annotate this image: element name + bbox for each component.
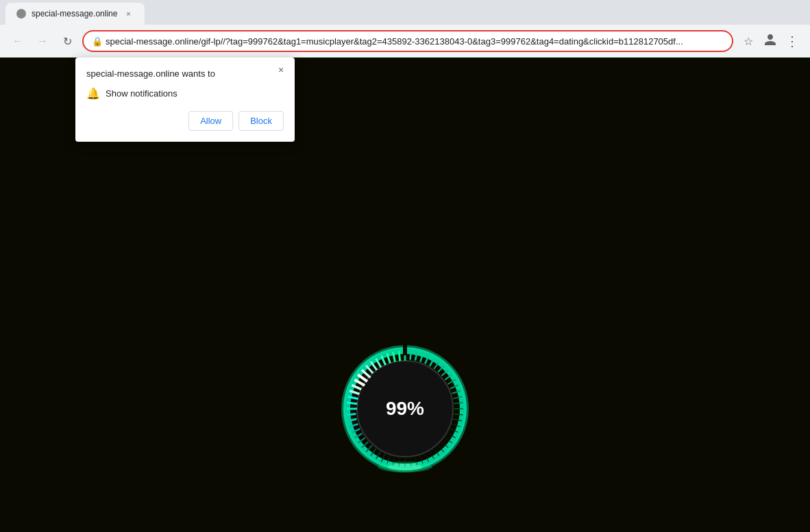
notification-popup: × special-message.online wants to 🔔 Show… xyxy=(75,58,295,142)
svg-line-55 xyxy=(362,370,371,377)
bell-icon: 🔔 xyxy=(86,87,100,100)
url-text: special-message.online/gif-lp//?tag=9997… xyxy=(106,36,724,47)
refresh-icon: ↻ xyxy=(63,35,72,48)
lock-icon: 🔒 xyxy=(92,36,101,46)
block-button[interactable]: Block xyxy=(238,111,284,131)
account-button[interactable] xyxy=(761,31,780,51)
toolbar: ← → ↻ 🔒 special-message.online/gif-lp//?… xyxy=(0,25,810,58)
popup-notification-row: 🔔 Show notifications xyxy=(86,87,284,100)
page-content: × special-message.online wants to 🔔 Show… xyxy=(0,58,810,532)
svg-point-65 xyxy=(388,464,422,470)
forward-button[interactable]: → xyxy=(33,31,52,51)
popup-wants-to: wants to xyxy=(182,68,214,79)
menu-button[interactable]: ⋮ xyxy=(783,31,802,51)
tab-close-button[interactable]: × xyxy=(123,8,134,19)
browser-tab[interactable]: special-message.online × xyxy=(5,3,145,25)
browser-frame: special-message.online × ← → ↻ 🔒 special… xyxy=(0,0,810,532)
tab-bar: special-message.online × xyxy=(0,0,810,25)
svg-line-4 xyxy=(410,351,411,359)
star-icon: ☆ xyxy=(744,35,753,48)
notification-label: Show notifications xyxy=(106,88,177,99)
bookmark-button[interactable]: ☆ xyxy=(739,31,758,51)
svg-line-62 xyxy=(399,351,400,361)
refresh-button[interactable]: ↻ xyxy=(58,31,77,51)
svg-line-47 xyxy=(347,414,356,415)
tab-title: special-message.online xyxy=(32,9,117,18)
tab-favicon xyxy=(16,9,26,18)
toolbar-icons: ☆ ⋮ xyxy=(739,31,802,51)
popup-title: special-message.online wants to xyxy=(86,68,284,79)
spinner-container: 99% xyxy=(336,340,474,477)
popup-close-button[interactable]: × xyxy=(274,63,288,77)
allow-button[interactable]: Allow xyxy=(188,111,233,131)
svg-line-49 xyxy=(347,403,357,404)
back-button[interactable]: ← xyxy=(8,31,27,51)
address-bar[interactable]: 🔒 special-message.online/gif-lp//?tag=99… xyxy=(82,30,733,52)
popup-site-name: special-message.online xyxy=(86,68,180,79)
percent-label: 99% xyxy=(386,398,424,420)
popup-buttons: Allow Block xyxy=(86,111,284,131)
account-icon xyxy=(763,33,777,49)
forward-icon: → xyxy=(37,35,48,47)
menu-icon: ⋮ xyxy=(785,33,799,49)
back-icon: ← xyxy=(12,35,23,47)
